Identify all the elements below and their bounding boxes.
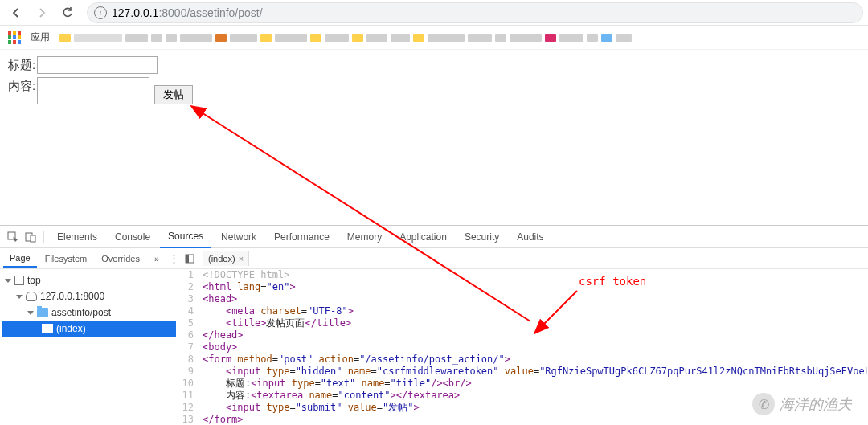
bookmark-items-blurred — [59, 33, 860, 43]
side-tab-filesystem[interactable]: Filesystem — [39, 251, 94, 267]
side-tab-overrides[interactable]: Overrides — [95, 251, 146, 267]
title-input[interactable] — [37, 56, 158, 74]
svg-rect-2 — [31, 235, 35, 242]
tab-memory[interactable]: Memory — [339, 227, 390, 247]
annotation-label: csrf token — [579, 275, 646, 288]
device-icon[interactable] — [23, 229, 39, 245]
url-text: 127.0.0.1:8000/assetinfo/post/ — [112, 6, 263, 19]
tab-network[interactable]: Network — [213, 227, 264, 247]
toggle-navigator-icon[interactable] — [182, 254, 198, 264]
tab-security[interactable]: Security — [457, 227, 507, 247]
side-tab-page[interactable]: Page — [3, 250, 37, 268]
back-button[interactable] — [5, 3, 27, 22]
content-label: 内容: — [8, 77, 35, 94]
tab-sources[interactable]: Sources — [160, 226, 211, 248]
file-icon — [42, 324, 53, 333]
bookmarks-bar: 应用 — [0, 26, 868, 50]
watermark: ✆ 海洋的渔夫 — [752, 393, 852, 415]
forward-button[interactable] — [31, 3, 53, 22]
tree-origin[interactable]: 127.0.0.1:8000 — [2, 288, 176, 304]
file-tree: top 127.0.0.1:8000 assetinfo/post (index… — [0, 269, 178, 340]
content-textarea[interactable] — [37, 77, 149, 104]
close-icon[interactable]: × — [239, 254, 244, 264]
side-tab-more[interactable]: » — [148, 251, 166, 267]
tab-elements[interactable]: Elements — [49, 227, 105, 247]
address-bar[interactable]: i 127.0.0.1:8000/assetinfo/post/ — [87, 2, 863, 23]
title-label: 标题: — [8, 56, 35, 73]
svg-rect-4 — [186, 255, 189, 263]
file-tab-index[interactable]: (index)× — [203, 251, 249, 266]
browser-toolbar: i 127.0.0.1:8000/assetinfo/post/ — [0, 0, 868, 26]
wechat-icon: ✆ — [752, 393, 775, 415]
submit-button[interactable]: 发帖 — [154, 85, 193, 104]
tree-top[interactable]: top — [2, 272, 176, 288]
folder-icon — [37, 308, 48, 317]
sources-sidebar: Page Filesystem Overrides » ⋮ top 127.0.… — [0, 248, 178, 425]
tab-application[interactable]: Application — [391, 227, 455, 247]
inspect-icon[interactable] — [5, 229, 21, 245]
apps-icon[interactable] — [8, 31, 21, 44]
cloud-icon — [26, 292, 37, 301]
apps-label[interactable]: 应用 — [31, 31, 50, 44]
site-info-icon[interactable]: i — [94, 6, 107, 19]
devtools-panel: Elements Console Sources Network Perform… — [0, 225, 868, 425]
tab-performance[interactable]: Performance — [266, 227, 338, 247]
page-content: 标题: 内容: 发帖 — [0, 50, 868, 229]
devtools-tabs: Elements Console Sources Network Perform… — [0, 226, 868, 248]
tree-folder[interactable]: assetinfo/post — [2, 304, 176, 321]
tab-console[interactable]: Console — [107, 227, 158, 247]
tree-file-index[interactable]: (index) — [2, 321, 176, 337]
tab-audits[interactable]: Audits — [509, 227, 551, 247]
reload-button[interactable] — [56, 3, 79, 22]
